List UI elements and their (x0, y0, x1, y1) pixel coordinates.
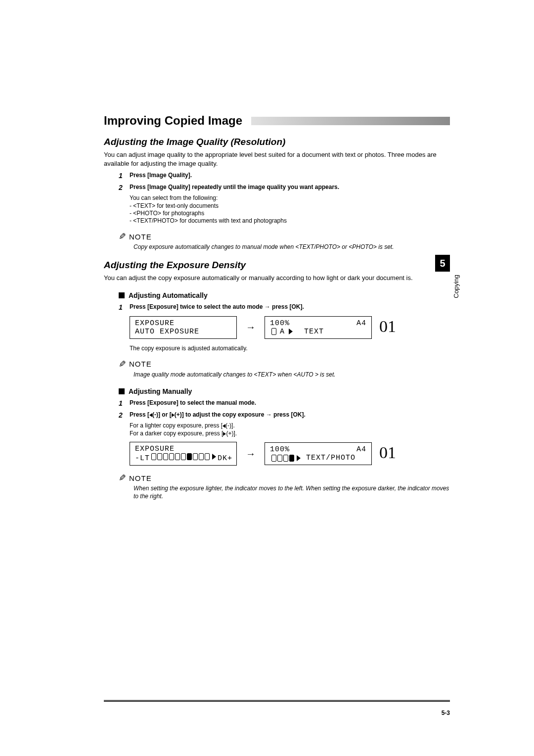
page-number: 5-3 (442, 709, 450, 716)
note-label: NOTE (129, 360, 152, 368)
step-tip: For a lighter copy exposure, press [(-)]… (130, 422, 450, 429)
step-number: 1 (119, 303, 130, 311)
subheading-auto: Adjusting Automatically (129, 291, 208, 299)
lcd-line: AUTO EXPOSURE (135, 328, 231, 336)
lcd-paper: A4 (356, 445, 366, 454)
footer-rule (104, 701, 450, 702)
section-heading-image-quality: Adjusting the Image Quality (Resolution) (104, 137, 450, 147)
subheading-manual: Adjusting Manually (129, 387, 192, 395)
square-bullet-icon (119, 292, 125, 298)
section-intro-image-quality: You can adjust image quality to the appr… (104, 150, 450, 168)
lcd-line: EXPOSURE (135, 445, 231, 453)
step-number: 1 (119, 172, 130, 180)
list-item: - <TEXT/PHOTO> for documents with text a… (130, 217, 450, 224)
note-body: Image quality mode automatically changes… (134, 371, 450, 378)
note-body: Copy exposure automatically changes to m… (134, 243, 450, 251)
step-text: Press [(-)] or [(+)] to adjust the copy … (130, 411, 306, 419)
step-number: 2 (119, 184, 130, 191)
chapter-tab: 5 (435, 255, 450, 272)
section-intro-exposure: You can adjust the copy exposure automat… (104, 274, 450, 283)
step-result: The copy exposure is adjusted automatica… (130, 345, 450, 352)
lcd-zoom: 100% (270, 319, 290, 328)
list-item: - <TEXT> for text-only documents (130, 202, 450, 209)
step-text: Press [Exposure] to select the manual mo… (130, 399, 256, 407)
lcd-display-right: 100% A4 A TEXT 01 (265, 316, 372, 339)
page-title: Improving Copied Image (104, 114, 242, 128)
arrow-right-icon: → (246, 448, 256, 460)
density-bar (151, 453, 216, 460)
pencil-icon: ✎ (119, 359, 126, 370)
lcd-display-right: 100% A4 TEXT/PHOTO 01 (265, 442, 372, 465)
copies-count: 01 (379, 317, 396, 336)
step-text: Press [Exposure] twice to select the aut… (130, 303, 304, 311)
lcd-display-left: EXPOSURE -LT DK+ (130, 442, 237, 466)
note-body: When setting the exposure lighter, the i… (134, 484, 450, 500)
step-subtext: You can select from the following: (130, 194, 450, 201)
step-number: 1 (119, 399, 130, 407)
lcd-zoom: 100% (270, 445, 290, 454)
density-indicator (271, 454, 301, 462)
lcd-paper: A4 (356, 319, 366, 328)
lcd-mode: TEXT (304, 328, 324, 336)
lcd-mode: TEXT/PHOTO (306, 454, 356, 462)
note-label: NOTE (129, 474, 152, 482)
lcd-line: -LT DK+ (135, 453, 231, 463)
list-item: - <PHOTO> for photographs (130, 210, 450, 217)
lcd-line: EXPOSURE (135, 319, 231, 328)
copies-count: 01 (379, 443, 396, 462)
pencil-icon: ✎ (119, 231, 126, 242)
lcd-display-left: EXPOSURE AUTO EXPOSURE (130, 316, 237, 339)
step-text: Press [Image Quality] repeatedly until t… (130, 184, 339, 191)
pencil-icon: ✎ (119, 472, 126, 483)
step-tip: For a darker copy exposure, press [(+)]. (130, 430, 450, 437)
title-gradient-bar (251, 117, 450, 125)
density-indicator: A (271, 328, 293, 336)
chapter-label: Copying (452, 275, 460, 298)
arrow-right-icon: → (246, 322, 256, 333)
square-bullet-icon (119, 388, 125, 394)
step-text: Press [Image Quality]. (130, 172, 192, 180)
step-number: 2 (119, 411, 130, 419)
section-heading-exposure: Adjusting the Exposure Density (104, 260, 450, 271)
note-label: NOTE (129, 233, 152, 241)
